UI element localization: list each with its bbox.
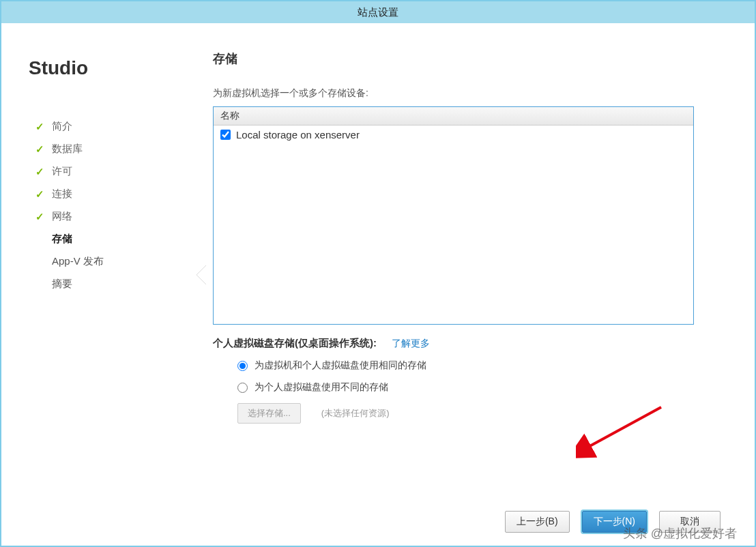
check-icon: ✓ <box>35 121 45 133</box>
table-header-name: 名称 <box>214 107 693 125</box>
wizard-window: 站点设置 Studio ✓简介 ✓数据库 ✓许可 ✓连接 ✓网络 ✓存储 ✓Ap… <box>0 0 756 547</box>
step-network[interactable]: ✓网络 <box>35 210 186 223</box>
select-storage-button: 选择存储... <box>237 403 301 424</box>
main-panel: 存储 为新虚拟机选择一个或多个存储设备: 名称 Local storage on… <box>186 50 741 484</box>
pvd-label: 个人虚拟磁盘存储(仅桌面操作系统): <box>213 337 377 349</box>
storage-checkbox[interactable] <box>220 130 231 140</box>
footer: 上一步(B) 下一步(N) 取消 <box>1 498 755 546</box>
radio-input[interactable] <box>237 383 248 393</box>
table-row[interactable]: Local storage on xenserver <box>214 125 693 144</box>
content-area: Studio ✓简介 ✓数据库 ✓许可 ✓连接 ✓网络 ✓存储 ✓App-V 发… <box>1 23 755 498</box>
next-button[interactable]: 下一步(N) <box>582 511 647 533</box>
page-heading: 存储 <box>213 50 741 67</box>
pvd-radio-group: 为虚拟机和个人虚拟磁盘使用相同的存储 为个人虚拟磁盘使用不同的存储 <box>213 359 741 394</box>
back-button[interactable]: 上一步(B) <box>505 511 570 533</box>
brand-title: Studio <box>29 57 186 79</box>
check-icon: ✓ <box>35 143 45 156</box>
select-storage-row: 选择存储... (未选择任何资源) <box>213 403 741 424</box>
learn-more-link[interactable]: 了解更多 <box>392 338 430 349</box>
step-database[interactable]: ✓数据库 <box>35 143 186 156</box>
radio-same-storage[interactable]: 为虚拟机和个人虚拟磁盘使用相同的存储 <box>237 359 741 372</box>
step-appv[interactable]: ✓App-V 发布 <box>35 255 186 268</box>
check-icon: ✓ <box>35 211 45 223</box>
check-icon: ✓ <box>35 166 45 178</box>
divider-notch-icon <box>197 265 206 284</box>
no-resource-hint: (未选择任何资源) <box>321 407 390 419</box>
cancel-button[interactable]: 取消 <box>659 511 721 533</box>
pvd-section: 个人虚拟磁盘存储(仅桌面操作系统): 了解更多 为虚拟机和个人虚拟磁盘使用相同的… <box>213 337 741 424</box>
step-intro[interactable]: ✓简介 <box>35 120 186 133</box>
step-summary[interactable]: ✓摘要 <box>35 278 186 291</box>
titlebar: 站点设置 <box>1 1 755 23</box>
radio-diff-storage[interactable]: 为个人虚拟磁盘使用不同的存储 <box>237 381 741 394</box>
window-title: 站点设置 <box>358 6 398 19</box>
step-license[interactable]: ✓许可 <box>35 165 186 178</box>
radio-input[interactable] <box>237 361 248 371</box>
instruction-text: 为新虚拟机选择一个或多个存储设备: <box>213 87 741 100</box>
check-icon: ✓ <box>35 188 45 201</box>
storage-name: Local storage on xenserver <box>236 129 360 141</box>
step-storage[interactable]: ✓存储 <box>35 233 186 246</box>
sidebar: Studio ✓简介 ✓数据库 ✓许可 ✓连接 ✓网络 ✓存储 ✓App-V 发… <box>29 50 186 484</box>
step-list: ✓简介 ✓数据库 ✓许可 ✓连接 ✓网络 ✓存储 ✓App-V 发布 ✓摘要 <box>29 120 186 291</box>
storage-table: 名称 Local storage on xenserver <box>213 106 694 325</box>
step-connection[interactable]: ✓连接 <box>35 188 186 201</box>
